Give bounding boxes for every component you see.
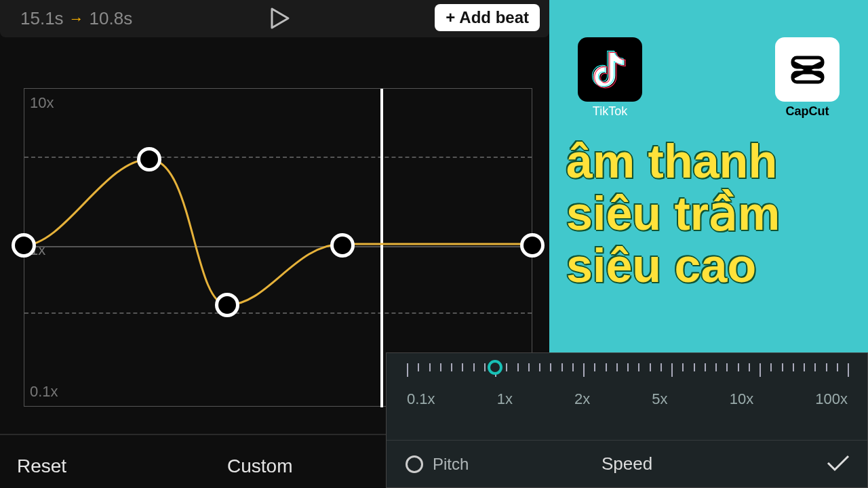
guide-line-1x [24, 246, 532, 247]
speed-mark: 1x [497, 390, 513, 408]
ruler-tick [440, 363, 441, 371]
curve-node[interactable] [520, 233, 545, 258]
ruler-tick [770, 363, 772, 371]
ruler-tick [749, 363, 750, 371]
ruler-tick [550, 363, 551, 371]
ruler-tick [694, 363, 695, 371]
ruler-tick [539, 363, 540, 371]
ruler-tick [627, 363, 629, 371]
speed-mark: 2x [574, 390, 590, 408]
speed-mark: 10x [730, 390, 753, 408]
ruler-tick [418, 363, 419, 371]
ruler-tick [793, 363, 794, 371]
ruler-tick [826, 363, 827, 371]
custom-label: Custom [227, 455, 292, 477]
ruler-tick [517, 363, 519, 371]
axis-label-top: 10x [30, 94, 54, 112]
ruler-tick [616, 363, 618, 371]
ruler-tick [782, 363, 783, 371]
curve-node[interactable] [330, 233, 355, 258]
headline-line: âm thanh [566, 136, 780, 188]
ruler-tick [650, 363, 651, 371]
ruler-tick [451, 363, 452, 371]
playhead[interactable] [380, 89, 383, 407]
curve-node[interactable] [215, 293, 239, 317]
ruler-tick-major [671, 363, 673, 377]
ruler-tick [473, 363, 475, 371]
guide-line-lower [24, 312, 532, 314]
ruler-tick [462, 363, 463, 371]
ruler-tick [561, 363, 563, 371]
speed-slider-handle[interactable] [488, 360, 502, 375]
ruler-tick [682, 363, 684, 371]
guide-line-upper [24, 157, 532, 158]
plus-icon: + [446, 8, 455, 27]
pitch-label: Pitch [433, 455, 469, 474]
tiktok-name: TikTok [578, 104, 642, 119]
ruler-tick [506, 363, 507, 371]
info-sidebar: TikTok CapCut âm thanh siêu trầm siêu ca… [549, 0, 868, 352]
confirm-button[interactable] [826, 453, 850, 476]
ruler-tick-major [583, 363, 585, 377]
ruler-tick [705, 363, 706, 371]
duration-readout: 15.1s → 10.8s [20, 8, 132, 29]
ruler-tick [606, 363, 607, 371]
headline-line: siêu cao [566, 240, 780, 292]
play-button[interactable] [268, 7, 291, 33]
reset-button[interactable]: Reset [17, 455, 66, 477]
capcut-icon [775, 37, 840, 102]
ruler-tick-major [760, 363, 761, 377]
ruler-tick [429, 363, 431, 371]
ruler-tick [804, 363, 805, 371]
ruler-tick [660, 363, 662, 371]
capcut-badge: CapCut [775, 37, 840, 119]
ruler-tick [814, 363, 816, 371]
speed-marks: 0.1x 1x 2x 5x 10x 100x [407, 390, 848, 408]
speed-title: Speed [601, 453, 652, 474]
ruler-tick [715, 363, 717, 371]
time-to: 10.8s [90, 8, 133, 29]
tiktok-badge: TikTok [578, 37, 642, 119]
top-bar: 15.1s → 10.8s + Add beat [0, 0, 549, 37]
ruler-tick [594, 363, 595, 371]
ruler-tick [638, 363, 639, 371]
ruler-tick [837, 363, 838, 371]
speed-mark: 0.1x [407, 390, 435, 408]
headline-text: âm thanh siêu trầm siêu cao [566, 136, 780, 292]
axis-label-bot: 0.1x [30, 383, 58, 401]
curve-node[interactable] [137, 147, 161, 171]
speed-slider[interactable] [407, 363, 848, 384]
ruler-tick [726, 363, 728, 371]
ruler-tick-major [848, 363, 849, 377]
arrow-right-icon: → [69, 10, 84, 28]
headline-line: siêu trầm [566, 188, 780, 240]
capcut-name: CapCut [775, 104, 840, 119]
speed-mark: 100x [815, 390, 848, 408]
speed-panel: 0.1x 1x 2x 5x 10x 100x Pitch Speed [386, 352, 868, 488]
time-from: 15.1s [20, 8, 64, 29]
ruler-tick [528, 363, 530, 371]
panel-bottom-bar: Pitch Speed [387, 440, 867, 487]
ruler-tick [572, 363, 574, 371]
ruler-tick [484, 363, 486, 371]
tiktok-icon [578, 37, 642, 102]
ruler-tick [738, 363, 739, 371]
curve-node[interactable] [12, 233, 36, 258]
add-beat-button[interactable]: + Add beat [435, 4, 540, 31]
ruler-tick-major [407, 363, 408, 377]
pitch-toggle[interactable] [406, 455, 423, 473]
speed-mark: 5x [652, 390, 667, 408]
add-beat-label: Add beat [459, 8, 529, 27]
